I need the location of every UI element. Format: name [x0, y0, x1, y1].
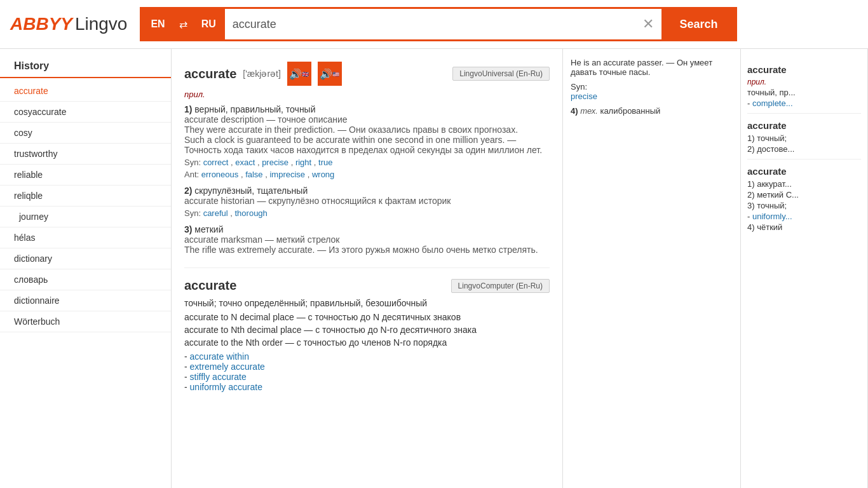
lang-to-button[interactable]: RU	[193, 9, 225, 39]
computer-def-text3: accurate to Nth decimal place — с точнос…	[184, 325, 550, 335]
main-layout: History accurate cosyaccurate cosy trust…	[0, 49, 868, 488]
synonyms-2: Syn: careful , thorough	[184, 208, 550, 218]
right-syn-link-precise[interactable]: precise	[571, 92, 597, 101]
sidebar: History accurate cosyaccurate cosy trust…	[0, 49, 172, 488]
synonyms-1: Syn: correct , exact , precise , right ,…	[184, 158, 550, 167]
right-section-2: accurate 1) точный; 2) достове...	[747, 120, 861, 154]
definition-3: 3) меткий accurate marksman — меткий стр…	[184, 224, 550, 255]
syn-link-true[interactable]: true	[318, 158, 332, 167]
def-number-1: 1)	[184, 104, 192, 114]
sidebar-item-worterbuch[interactable]: Wörterbuch	[0, 311, 171, 332]
def-number-2: 2)	[184, 186, 192, 196]
def-example-3b: The rifle was extremely accurate. — Из э…	[184, 245, 538, 255]
audio-gb-button[interactable]: 🔊 🇬🇧	[287, 62, 311, 86]
right-examples-panel: He is an accurate passer. — Он умеет дав…	[563, 49, 741, 488]
dash-1: -	[184, 351, 190, 362]
sidebar-item-reliqble[interactable]: reliqble	[0, 186, 171, 207]
entry-lingvo-universal: accurate ['ækjərət] 🔊 🇬🇧 🔊 🇺🇸 LingvoUniv…	[184, 62, 550, 255]
sidebar-item-dictionnaire[interactable]: dictionnaire	[0, 290, 171, 311]
dict-badge-universal: LingvoUniversal (En-Ru)	[452, 67, 550, 81]
def-number-3: 3)	[184, 224, 192, 234]
sidebar-item-trustworthy[interactable]: trustworthy	[0, 144, 171, 165]
syn-link-precise[interactable]: precise	[262, 158, 288, 167]
syn-link-right[interactable]: right	[295, 158, 311, 167]
header: ABBYY Lingvo EN ⇄ RU ✕ Search	[0, 0, 868, 49]
dict-main-panel: accurate ['ækjərət] 🔊 🇬🇧 🔊 🇺🇸 LingvoUniv…	[172, 49, 563, 488]
search-button[interactable]: Search	[661, 9, 735, 39]
computer-def-text4: accurate to the Nth order — с точностью …	[184, 337, 550, 348]
sidebar-item-cosy[interactable]: cosy	[0, 123, 171, 144]
computer-links: - accurate within - extremely accurate -…	[184, 351, 550, 392]
flag-gb: 🇬🇧	[302, 71, 309, 78]
right-link-uniformly[interactable]: uniformly...	[752, 212, 792, 221]
right-def-3c: 3) точный;	[747, 201, 861, 210]
syn-link-exact[interactable]: exact	[235, 158, 255, 167]
right-grammar-1: прил.	[747, 78, 861, 86]
sep-2	[747, 159, 861, 159]
logo: ABBYY Lingvo	[10, 14, 127, 34]
word-title: accurate	[184, 67, 236, 81]
sidebar-item-journey[interactable]: journey	[0, 207, 171, 227]
def-example-1c: Such a clock is guaranteed to be accurat…	[184, 135, 542, 155]
logo-abbyy: ABBYY	[10, 14, 72, 34]
sidebar-item-slovar[interactable]: словарь	[0, 269, 171, 290]
antonyms-1: Ant: erroneous , false , imprecise , wro…	[184, 170, 550, 179]
right-def-3d: 4) чёткий	[747, 222, 861, 232]
link-stiffly-accurate[interactable]: stiffly accurate	[190, 372, 247, 382]
sidebar-item-reliable[interactable]: reliable	[0, 165, 171, 186]
definition-2: 2) скрупулёзный, тщательный accurate his…	[184, 186, 550, 218]
audio-icon: 🔊	[320, 68, 332, 80]
syn-label: Syn:	[184, 158, 203, 167]
syn-link-thorough[interactable]: thorough	[235, 208, 268, 218]
right-def4-text: калиброванный	[600, 106, 660, 116]
logo-lingvo: Lingvo	[75, 14, 128, 34]
right-section-1: accurate прил. точный, пр... - complete.…	[747, 64, 861, 108]
syn-link-correct[interactable]: correct	[203, 158, 229, 167]
computer-entry-header: accurate LingvoComputer (En-Ru)	[184, 278, 550, 293]
search-bar: EN ⇄ RU ✕ Search	[140, 7, 737, 41]
def-text-3: меткий	[194, 224, 223, 234]
def-example-1b: They were accurate in their prediction. …	[184, 125, 518, 135]
right-def-2a: 1) точный;	[747, 133, 861, 143]
swap-languages-button[interactable]: ⇄	[174, 9, 193, 39]
right-def4-tech: тех.	[580, 106, 600, 116]
grammar-tag: прил.	[184, 90, 550, 99]
def-text-2: скрупулёзный, тщательный	[194, 186, 308, 196]
def-text-1: верный, правильный, точный	[194, 104, 315, 114]
link-uniformly-accurate[interactable]: uniformly accurate	[190, 382, 262, 392]
dash-3: -	[184, 372, 190, 382]
right-word-1: accurate	[747, 64, 861, 75]
computer-def-text1: точный; точно определённый; правильный, …	[184, 298, 550, 308]
search-input[interactable]	[225, 9, 635, 39]
right-syn-label: Syn:	[571, 82, 587, 92]
ant-link-false[interactable]: false	[245, 170, 262, 179]
definition-1: 1) верный, правильный, точный accurate d…	[184, 104, 550, 179]
lang-from-button[interactable]: EN	[142, 9, 173, 39]
audio-us-button[interactable]: 🔊 🇺🇸	[318, 62, 342, 86]
ant-link-imprecise[interactable]: imprecise	[269, 170, 305, 179]
ant-link-wrong[interactable]: wrong	[312, 170, 334, 179]
clear-button[interactable]: ✕	[635, 9, 661, 39]
dash-2: -	[184, 362, 190, 372]
def-example-3a: accurate marksman — меткий стрелок	[184, 234, 339, 245]
sidebar-item-cosyaccurate[interactable]: cosyaccurate	[0, 102, 171, 123]
computer-def-text2: accurate to N decimal place — с точность…	[184, 312, 550, 322]
sidebar-item-helas[interactable]: hélas	[0, 227, 171, 248]
right-def-2b: 2) достове...	[747, 144, 861, 154]
computer-word-title: accurate	[184, 278, 236, 293]
sidebar-item-accurate[interactable]: accurate	[0, 81, 171, 102]
sep-1	[747, 113, 861, 114]
right-section-3: accurate 1) аккурат... 2) меткий С... 3)…	[747, 166, 861, 232]
syn-link-careful[interactable]: careful	[203, 208, 228, 218]
def-example-2a: accurate historian — скрупулёзно относящ…	[184, 196, 451, 206]
right-link-complete[interactable]: complete...	[752, 98, 793, 108]
sidebar-history-title: History	[0, 55, 171, 78]
word-transcription: ['ækjərət]	[243, 69, 281, 79]
link-accurate-within[interactable]: accurate within	[190, 351, 249, 362]
right-def-3a: 1) аккурат...	[747, 179, 861, 189]
entry-lingvo-computer: accurate LingvoComputer (En-Ru) точный; …	[184, 268, 550, 392]
right-def-1a: точный, пр...	[747, 88, 861, 97]
link-extremely-accurate[interactable]: extremely accurate	[190, 362, 265, 372]
sidebar-item-dictionary[interactable]: dictionary	[0, 248, 171, 269]
ant-link-erroneous[interactable]: erroneous	[201, 170, 239, 179]
